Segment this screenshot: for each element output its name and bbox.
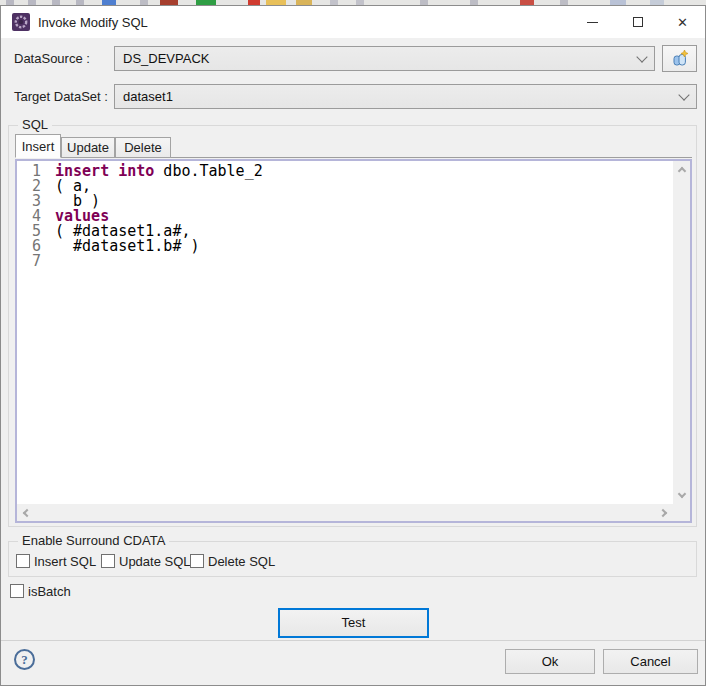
- question-icon: ?: [21, 652, 28, 668]
- vertical-scrollbar[interactable]: [673, 161, 690, 504]
- datasource-label: DataSource :: [14, 46, 90, 71]
- help-button[interactable]: ?: [14, 649, 35, 670]
- minimize-icon: [587, 22, 598, 23]
- tab-delete[interactable]: Delete: [115, 137, 171, 158]
- minimize-button[interactable]: [570, 6, 615, 38]
- chevron-right-icon: [659, 508, 667, 516]
- delete-sql-checkbox[interactable]: [190, 554, 204, 568]
- dialog-icon: [12, 13, 30, 31]
- code-line: 3 b ): [17, 194, 673, 209]
- page-title: Invoke Modify SQL: [38, 15, 148, 30]
- database-icon: [671, 50, 689, 68]
- scrollbar-corner: [673, 504, 690, 521]
- tab-insert[interactable]: Insert: [15, 134, 61, 158]
- scroll-left-button[interactable]: [17, 504, 34, 521]
- sql-tabstrip: Insert Update Delete: [15, 135, 692, 158]
- code-line: 2( a,: [17, 179, 673, 194]
- chevron-left-icon: [23, 508, 31, 516]
- datasource-value: DS_DEVPACK: [123, 51, 638, 66]
- datasource-combobox[interactable]: DS_DEVPACK: [114, 46, 655, 71]
- code-line: 6 #dataset1.b# ): [17, 239, 673, 254]
- update-sql-checkbox[interactable]: [101, 554, 115, 568]
- chevron-down-icon: [636, 51, 647, 62]
- chevron-up-icon: [677, 167, 685, 175]
- new-datasource-button[interactable]: [662, 45, 697, 72]
- maximize-button[interactable]: [615, 6, 660, 38]
- sql-groupbox: SQL Insert Update Delete 1insert into db…: [8, 125, 697, 527]
- chevron-down-icon: [677, 490, 685, 498]
- maximize-icon: [633, 17, 643, 27]
- sql-group-label: SQL: [18, 117, 52, 133]
- code-line: 7: [17, 254, 673, 269]
- scroll-up-button[interactable]: [673, 161, 690, 178]
- title-bar: Invoke Modify SQL ✕: [1, 6, 705, 38]
- target-dataset-label: Target DataSet :: [14, 84, 108, 109]
- cancel-button[interactable]: Cancel: [603, 649, 698, 674]
- tab-update[interactable]: Update: [61, 137, 115, 158]
- isbatch-checkbox[interactable]: [10, 584, 24, 598]
- test-button[interactable]: Test: [278, 608, 429, 638]
- cdata-group-label: Enable Surround CDATA: [18, 533, 169, 549]
- code-lines: 1insert into dbo.Table_22( a,3 b )4value…: [17, 164, 673, 269]
- scroll-right-button[interactable]: [656, 504, 673, 521]
- isbatch-checkbox-label: isBatch: [28, 584, 71, 599]
- chevron-down-icon: [678, 89, 689, 100]
- sql-text-area[interactable]: 1insert into dbo.Table_22( a,3 b )4value…: [17, 161, 673, 504]
- close-button[interactable]: ✕: [660, 6, 705, 38]
- code-line: 1insert into dbo.Table_2: [17, 164, 673, 179]
- horizontal-scrollbar[interactable]: [17, 504, 673, 521]
- target-dataset-value: dataset1: [123, 89, 680, 104]
- close-icon: ✕: [677, 15, 688, 30]
- footer-separator: [1, 640, 705, 641]
- scroll-down-button[interactable]: [673, 487, 690, 504]
- update-sql-checkbox-label: Update SQL: [119, 554, 191, 569]
- insert-sql-checkbox-label: Insert SQL: [34, 554, 96, 569]
- delete-sql-checkbox-label: Delete SQL: [208, 554, 275, 569]
- insert-sql-checkbox[interactable]: [16, 554, 30, 568]
- target-dataset-combobox[interactable]: dataset1: [114, 84, 697, 109]
- cdata-groupbox: Enable Surround CDATA Insert SQL Update …: [8, 541, 697, 577]
- sql-editor[interactable]: 1insert into dbo.Table_22( a,3 b )4value…: [15, 159, 692, 523]
- ok-button[interactable]: Ok: [505, 649, 595, 674]
